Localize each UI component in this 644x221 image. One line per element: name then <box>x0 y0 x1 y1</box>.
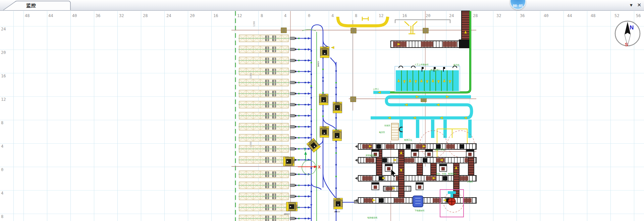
ruler-label: 0 <box>308 13 310 18</box>
ruler-label: 20 <box>1 50 6 55</box>
ruler-label: 24 <box>449 13 454 18</box>
agv-label: 2#AGV <box>334 211 340 213</box>
agv-vehicle[interactable] <box>283 157 294 166</box>
ruler-label: 40 <box>72 13 77 18</box>
timer-value: 00:05 <box>513 4 523 9</box>
ruler-label: 12 <box>379 13 383 18</box>
agv-vehicle[interactable] <box>319 94 328 105</box>
agv-vehicle[interactable] <box>320 127 329 137</box>
agv-vehicle[interactable] <box>307 138 320 152</box>
ruler-label: 48 <box>25 13 30 18</box>
annotation: 待装区 <box>384 124 390 127</box>
annotation: 立体库 <box>467 180 473 183</box>
dim-label: 3200 <box>250 73 252 79</box>
ruler-label: 8 <box>1 121 3 125</box>
agv-path-network <box>311 25 354 221</box>
sorter-lane-bank <box>395 66 460 92</box>
ruler-label: 24 <box>166 13 171 18</box>
ruler-label: 8 <box>1 214 3 219</box>
agv-label: 1#AGV <box>284 213 290 215</box>
storage-racks <box>238 35 311 221</box>
ruler-label: 12 <box>237 13 242 18</box>
ruler-label: 24 <box>1 27 6 31</box>
close-icon[interactable]: ✕ <box>637 2 641 8</box>
annotation: 检测工位 <box>404 139 412 141</box>
ruler-label: 0 <box>1 167 3 172</box>
ruler-label: 44 <box>48 13 53 18</box>
agv-vehicle[interactable] <box>333 130 341 141</box>
ruler-label: 36 <box>520 13 525 18</box>
origin-zone-circle <box>302 29 316 174</box>
agv-vehicle[interactable] <box>334 198 342 209</box>
tab-monitoring[interactable]: 监控 <box>1 1 75 10</box>
ruler-left: 24 20 16 12 8 4 0 4 8 <box>1 27 6 219</box>
ruler-label: 8 <box>261 13 263 18</box>
ruler-label: 32 <box>496 13 501 18</box>
origin-axis-marker: X Y <box>298 147 321 169</box>
ruler-label: 12 <box>1 97 6 102</box>
annotation: 组装、分装、检测区域 <box>436 172 456 175</box>
inspection-machine <box>413 196 423 207</box>
tab-label: 监控 <box>26 3 36 9</box>
ruler-label: 52 <box>614 13 619 18</box>
ruler-label: 4 <box>1 144 3 149</box>
compass-north-label: N <box>630 24 634 31</box>
annotation: 电安区 <box>379 131 385 133</box>
compass: N S <box>615 21 640 47</box>
ruler-label: 4 <box>1 191 3 196</box>
ruler-label: 44 <box>567 13 572 18</box>
ruler-label: 48 <box>591 13 595 18</box>
agv-vehicle[interactable] <box>333 102 342 113</box>
annotation: 成品下线口 <box>430 69 440 71</box>
ruler-label: 56 <box>636 13 641 18</box>
monitor-window: 48 44 40 36 32 28 24 20 16 12 8 4 0 4 8 … <box>0 0 644 221</box>
dropdown-icon[interactable]: ▾ <box>630 2 633 8</box>
dim-label: 5200 <box>250 142 252 147</box>
ruler-label: 32 <box>119 13 124 18</box>
annotation: 提升机 <box>453 64 460 66</box>
ruler-label: 40 <box>544 13 548 18</box>
ruler-label: 4 <box>331 13 334 18</box>
ruler-top: 48 44 40 36 32 28 24 20 16 12 8 4 0 4 8 … <box>25 13 641 18</box>
ruler-label: 8 <box>355 13 357 18</box>
tab-shape <box>3 1 70 10</box>
ruler-label: 36 <box>96 13 100 18</box>
annotation: 下线缓存区 <box>415 209 425 212</box>
annotation: 上件口 <box>373 88 379 90</box>
ruler-label: 16 <box>402 13 407 18</box>
annotation: 包装输送线 <box>367 217 377 219</box>
axis-y-label: Y <box>304 147 306 152</box>
agv-label: 3#AGV <box>317 61 319 67</box>
agv-vehicle[interactable] <box>286 202 297 211</box>
ruler-label: 4 <box>284 13 286 18</box>
compass-south-label: S <box>625 42 628 47</box>
ruler-label: 20 <box>426 13 430 18</box>
ruler-label: 20 <box>190 13 195 18</box>
agv-vehicle[interactable] <box>320 47 329 58</box>
annotation: 人工上件缓存区 <box>414 63 429 66</box>
serpentine-conveyor <box>371 91 472 138</box>
ruler-label: 28 <box>473 13 478 18</box>
tab-bar: 监控 ▾ ✕ <box>0 0 644 11</box>
ruler-label: 16 <box>213 13 218 18</box>
ruler-label: 28 <box>143 13 148 18</box>
ruler-label: 16 <box>1 74 6 78</box>
annotation: 机器人工位 <box>435 148 445 151</box>
dim-label: 1200 <box>253 21 256 27</box>
axis-x-label: X <box>318 165 321 169</box>
monitor-canvas[interactable]: 48 44 40 36 32 28 24 20 16 12 8 4 0 4 8 … <box>0 0 644 221</box>
production-lines <box>355 144 476 203</box>
annotation: 滚筒输送线 <box>366 154 376 157</box>
